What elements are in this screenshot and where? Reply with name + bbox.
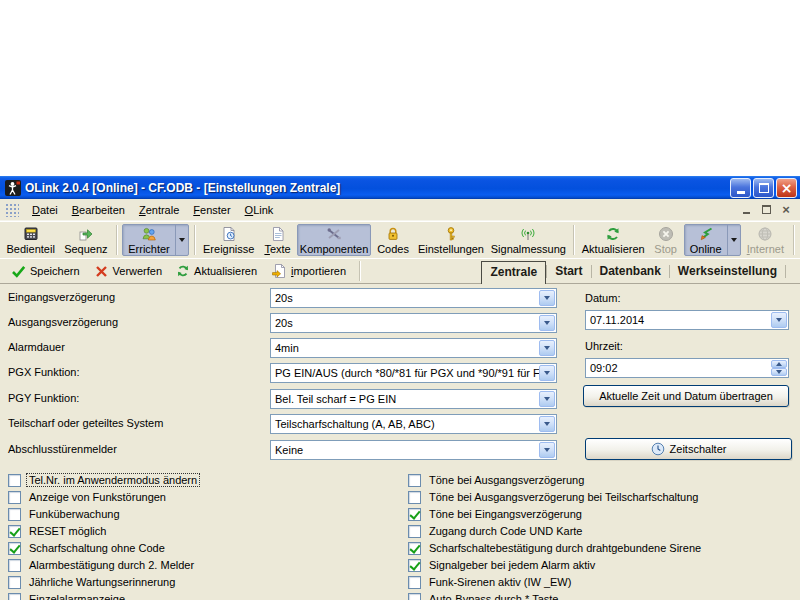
teilscharf-select[interactable]: Teilscharfschaltung (A, AB, ABC) bbox=[270, 414, 557, 434]
checkbox-label[interactable]: RESET möglich bbox=[27, 525, 108, 537]
aktualisieren2-button[interactable]: Aktualisieren bbox=[169, 262, 264, 280]
verwerfen-button[interactable]: Verwerfen bbox=[87, 262, 170, 281]
option-row: Scharfschaltung ohne Code bbox=[8, 541, 167, 555]
datum-select[interactable]: 07.11.2014 bbox=[585, 310, 789, 330]
spinner-down-button[interactable] bbox=[771, 368, 787, 376]
checkbox-label[interactable]: Töne bei Eingangsverzögerung bbox=[427, 508, 584, 520]
checkbox[interactable] bbox=[408, 508, 421, 521]
chevron-down-icon bbox=[776, 318, 782, 322]
action-toolbar: Speichern Verwerfen Aktualisieren import… bbox=[0, 258, 800, 284]
checkbox[interactable] bbox=[408, 593, 421, 600]
tab-werkseinstellung[interactable]: Werkseinstellung bbox=[670, 261, 785, 281]
checkbox-label[interactable]: Auto-Bypass durch * Taste bbox=[427, 593, 560, 600]
checkbox-label[interactable]: Scharfschaltebestätigung durch drahtgebu… bbox=[427, 542, 703, 554]
child-window-icon[interactable] bbox=[4, 202, 19, 217]
checkbox[interactable] bbox=[408, 542, 421, 555]
checkbox[interactable] bbox=[8, 559, 21, 572]
pgx-funktion-select[interactable]: PG EIN/AUS (durch *80/*81 für PGX und *9… bbox=[270, 363, 557, 383]
checkbox-label[interactable]: Zugang durch Code UND Karte bbox=[427, 525, 584, 537]
stop-icon bbox=[658, 226, 674, 242]
pgy-funktion-select[interactable]: Bel. Teil scharf = PG EIN bbox=[270, 389, 557, 409]
zeitschalter-button[interactable]: Zeitschalter bbox=[585, 438, 792, 460]
mdi-close-icon: × bbox=[782, 204, 790, 216]
speichern-button[interactable]: Speichern bbox=[4, 262, 87, 281]
option-row: Funküberwachung bbox=[8, 507, 122, 521]
restore-button[interactable] bbox=[753, 178, 774, 198]
checkbox[interactable] bbox=[408, 525, 421, 538]
dropdown-arrow-button[interactable] bbox=[539, 365, 555, 381]
checkbox[interactable] bbox=[408, 491, 421, 504]
checkbox-label[interactable]: Funküberwachung bbox=[27, 508, 122, 520]
chevron-down-icon bbox=[544, 321, 550, 325]
checkbox[interactable] bbox=[408, 559, 421, 572]
toolbar-button-texte[interactable]: Texte bbox=[260, 224, 296, 256]
menu-fenster[interactable]: Fenster bbox=[186, 201, 237, 219]
checkbox[interactable] bbox=[8, 576, 21, 589]
spinner-up-button[interactable] bbox=[771, 360, 787, 368]
menu-bearbeiten[interactable]: Bearbeiten bbox=[65, 201, 132, 219]
dropdown-arrow-button[interactable] bbox=[539, 442, 555, 458]
uhrzeit-spinner[interactable]: 09:02 bbox=[585, 358, 789, 378]
toolbar-button-bedienteil[interactable]: Bedienteil bbox=[3, 224, 58, 256]
toolbar-button-internet: Internet bbox=[743, 224, 788, 256]
errichter-dropdown-button[interactable] bbox=[175, 225, 188, 255]
dropdown-arrow-button[interactable] bbox=[539, 315, 555, 331]
checkbox-label[interactable]: Funk-Sirenen aktiv (IW _EW) bbox=[427, 576, 573, 588]
eingangsverzoegerung-select[interactable]: 20s bbox=[270, 288, 557, 308]
mdi-restore-button[interactable] bbox=[758, 203, 774, 217]
tab-start[interactable]: Start bbox=[547, 261, 590, 281]
close-button[interactable]: × bbox=[776, 178, 797, 198]
option-row: Töne bei Ausgangsverzögerung bbox=[408, 473, 586, 487]
menu-zentrale[interactable]: Zentrale bbox=[132, 201, 186, 219]
checkbox-label[interactable]: Einzelalarmanzeige bbox=[27, 593, 127, 600]
checkbox[interactable] bbox=[8, 593, 21, 600]
abschlusstuerenmelder-select[interactable]: Keine bbox=[270, 440, 557, 460]
checkbox[interactable] bbox=[8, 474, 21, 487]
checkbox-label[interactable]: Tel.Nr. im Anwendermodus ändern bbox=[27, 474, 199, 486]
toolbar-button-sequenz[interactable]: Sequenz bbox=[60, 224, 111, 256]
globe-icon bbox=[757, 226, 773, 242]
tab-datenbank[interactable]: Datenbank bbox=[592, 261, 669, 281]
toolbar-button-signalmessung[interactable]: Signalmessung bbox=[489, 224, 568, 256]
checkbox[interactable] bbox=[408, 576, 421, 589]
checkbox-label[interactable]: Jährliche Wartungserinnerung bbox=[27, 576, 177, 588]
importieren-button[interactable]: importieren bbox=[264, 261, 353, 281]
toolbar-button-online[interactable]: Online bbox=[685, 225, 727, 255]
menu-bar: Datei Bearbeiten Zentrale Fenster OLink … bbox=[0, 199, 800, 221]
checkbox[interactable] bbox=[8, 508, 21, 521]
toolbar-button-ereignisse[interactable]: Ereignisse bbox=[200, 224, 258, 256]
dropdown-arrow-button[interactable] bbox=[771, 312, 787, 328]
dropdown-arrow-button[interactable] bbox=[539, 290, 555, 306]
mdi-minimize-button[interactable] bbox=[738, 203, 754, 217]
dropdown-arrow-button[interactable] bbox=[539, 391, 555, 407]
toolbar-button-errichter[interactable]: Errichter bbox=[123, 225, 175, 255]
dropdown-arrow-button[interactable] bbox=[539, 340, 555, 356]
minimize-button[interactable] bbox=[730, 178, 751, 198]
red-x-icon bbox=[94, 264, 109, 279]
clock-icon bbox=[651, 442, 665, 456]
toolbar-button-einstellungen[interactable]: Einstellungen bbox=[415, 224, 486, 256]
checkbox[interactable] bbox=[8, 525, 21, 538]
menu-datei[interactable]: Datei bbox=[25, 201, 65, 219]
menu-olink[interactable]: OLink bbox=[238, 201, 281, 219]
checkbox-label[interactable]: Scharfschaltung ohne Code bbox=[27, 542, 167, 554]
ausgangsverzoegerung-select[interactable]: 20s bbox=[270, 313, 557, 333]
toolbar-button-codes[interactable]: Codes bbox=[373, 224, 414, 256]
dropdown-arrow-button[interactable] bbox=[539, 416, 555, 432]
checkbox-label[interactable]: Signalgeber bei jedem Alarm aktiv bbox=[427, 559, 597, 571]
mdi-close-button[interactable]: × bbox=[778, 203, 794, 217]
toolbar-separator bbox=[194, 225, 195, 255]
toolbar-button-aktualisieren[interactable]: Aktualisieren bbox=[579, 224, 648, 256]
checkbox-label[interactable]: Töne bei Ausgangsverzögerung bei Teilsch… bbox=[427, 491, 700, 503]
checkbox-label[interactable]: Töne bei Ausgangsverzögerung bbox=[427, 474, 586, 486]
online-dropdown-button[interactable] bbox=[727, 225, 740, 255]
tab-zentrale[interactable]: Zentrale bbox=[481, 261, 546, 284]
checkbox-label[interactable]: Anzeige von Funkstörungen bbox=[27, 491, 168, 503]
checkbox[interactable] bbox=[8, 491, 21, 504]
toolbar-button-komponenten[interactable]: Komponenten bbox=[297, 224, 370, 256]
transfer-datetime-button[interactable]: Aktuelle Zeit und Datum übertragen bbox=[583, 385, 789, 407]
checkbox-label[interactable]: Alarmbestätigung durch 2. Melder bbox=[27, 559, 196, 571]
checkbox[interactable] bbox=[8, 542, 21, 555]
alarmdauer-select[interactable]: 4min bbox=[270, 338, 557, 358]
checkbox[interactable] bbox=[408, 474, 421, 487]
